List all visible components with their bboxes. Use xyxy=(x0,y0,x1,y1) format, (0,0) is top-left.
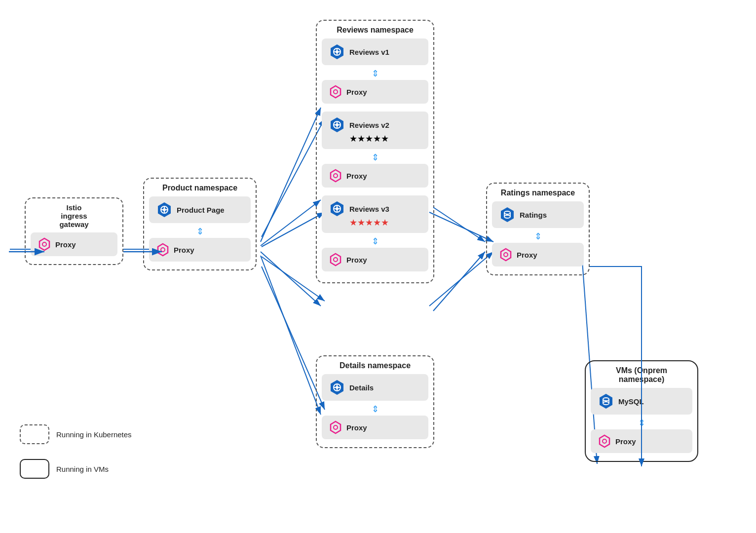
mysql-icon xyxy=(598,393,614,410)
ingress-namespace: Istioingressgateway Proxy xyxy=(25,197,123,265)
ratings-proxy-label: Proxy xyxy=(517,251,537,259)
svg-point-42 xyxy=(336,207,339,210)
ingress-proxy-label: Proxy xyxy=(55,240,76,249)
legend-vm-label: Running in VMs xyxy=(56,465,109,473)
ratings-ns-label: Ratings namespace xyxy=(492,189,584,197)
svg-line-77 xyxy=(261,200,321,246)
reviews-v1-arrow: ⇕ xyxy=(322,68,428,79)
svg-line-7 xyxy=(262,266,325,410)
svg-marker-54 xyxy=(501,249,511,261)
reviews-v1-pod: Reviews v1 xyxy=(322,38,428,65)
vms-proxy-label: Proxy xyxy=(615,437,636,446)
svg-line-6 xyxy=(262,257,325,301)
reviews-v2-arrow: ⇕ xyxy=(322,152,428,163)
product-page-pod: Product Page xyxy=(149,196,251,223)
details-pod: Details xyxy=(322,374,428,401)
reviews-v3-proxy-icon xyxy=(329,253,342,266)
svg-line-76 xyxy=(261,108,321,242)
ingress-title: Istioingressgateway xyxy=(31,203,117,228)
product-ns-label: Product namespace xyxy=(149,184,251,192)
svg-marker-29 xyxy=(331,86,340,98)
reviews-v3-icon xyxy=(329,200,345,217)
svg-marker-65 xyxy=(600,394,612,409)
svg-marker-70 xyxy=(600,435,609,447)
svg-point-24 xyxy=(336,50,339,53)
reviews-v3-label: Reviews v3 xyxy=(349,205,389,213)
ratings-proxy-pod: Proxy xyxy=(492,243,584,266)
svg-point-39 xyxy=(334,174,338,178)
legend: Running in Kubernetes Running in VMs xyxy=(20,424,132,494)
reviews-v1-label: Reviews v1 xyxy=(349,48,389,56)
reviews-v3-pod: Reviews v3 ★★★★★ xyxy=(322,195,428,233)
reviews-namespace: Reviews namespace Reviews v1 ⇕ xyxy=(316,20,434,283)
details-proxy-label: Proxy xyxy=(346,423,367,432)
product-page-label: Product Page xyxy=(177,206,225,214)
mysql-vert-arrow: ⇕ xyxy=(591,418,692,428)
legend-kubernetes-label: Running in Kubernetes xyxy=(56,430,132,439)
ratings-namespace: Ratings namespace Ratings ⇕ Pr xyxy=(486,183,590,275)
reviews-ns-label: Reviews namespace xyxy=(322,26,428,35)
ratings-vert-arrow: ⇕ xyxy=(492,231,584,242)
details-icon xyxy=(329,379,345,396)
details-proxy-icon xyxy=(329,420,342,434)
reviews-v2-pod: Reviews v2 ★★★★★ xyxy=(322,112,428,149)
product-vert-arrow: ⇕ xyxy=(149,226,251,237)
details-vert-arrow: ⇕ xyxy=(322,404,428,415)
svg-point-12 xyxy=(42,242,46,246)
svg-line-79 xyxy=(261,256,321,415)
svg-point-58 xyxy=(336,386,339,389)
reviews-v2-proxy-label: Proxy xyxy=(346,172,367,180)
mysql-pod: MySQL xyxy=(591,388,692,415)
svg-point-33 xyxy=(336,123,339,126)
svg-line-80 xyxy=(433,207,485,242)
legend-vm: Running in VMs xyxy=(20,459,132,479)
vms-ns-label: VMs (Onpremnamespace) xyxy=(591,366,692,384)
reviews-v2-icon xyxy=(329,116,345,133)
svg-point-55 xyxy=(504,253,508,257)
svg-point-21 xyxy=(161,248,165,252)
reviews-v2-proxy-pod: Proxy xyxy=(322,164,428,188)
product-page-icon xyxy=(156,201,173,218)
svg-line-81 xyxy=(433,252,485,311)
mysql-label: MySQL xyxy=(618,397,644,406)
svg-marker-47 xyxy=(331,254,340,266)
svg-point-48 xyxy=(334,258,338,262)
svg-line-5 xyxy=(262,212,325,247)
ratings-icon xyxy=(499,206,516,223)
product-namespace: Product namespace Product Page ⇕ xyxy=(143,178,257,270)
svg-line-9 xyxy=(429,252,493,306)
reviews-v2-label: Reviews v2 xyxy=(349,121,389,129)
vms-proxy-pod: Proxy xyxy=(591,429,692,453)
reviews-v3-stars: ★★★★★ xyxy=(349,217,389,228)
reviews-v3-proxy-pod: Proxy xyxy=(322,248,428,271)
legend-kubernetes: Running in Kubernetes xyxy=(20,424,132,444)
svg-marker-49 xyxy=(501,207,514,222)
svg-line-78 xyxy=(261,252,321,306)
svg-marker-20 xyxy=(158,244,168,256)
svg-line-4 xyxy=(262,118,325,237)
details-proxy-pod: Proxy xyxy=(322,416,428,439)
reviews-v2-stars: ★★★★★ xyxy=(349,133,389,144)
ratings-proxy-icon xyxy=(499,248,513,262)
svg-point-71 xyxy=(603,439,606,443)
product-proxy-pod: Proxy xyxy=(149,238,251,262)
reviews-v1-proxy-pod: Proxy xyxy=(322,80,428,104)
reviews-v2-proxy-icon xyxy=(329,169,342,183)
svg-marker-11 xyxy=(39,238,49,250)
vms-proxy-icon xyxy=(598,434,611,448)
svg-marker-63 xyxy=(331,421,340,433)
ingress-proxy-pod: Proxy xyxy=(31,232,117,256)
legend-solid-icon xyxy=(20,459,49,479)
svg-marker-38 xyxy=(331,170,340,182)
details-label: Details xyxy=(349,383,374,392)
reviews-v3-proxy-label: Proxy xyxy=(346,256,367,264)
svg-point-15 xyxy=(163,208,166,211)
proxy-icon xyxy=(38,237,51,251)
reviews-v1-proxy-icon xyxy=(329,85,342,99)
svg-point-64 xyxy=(334,425,338,429)
details-ns-label: Details namespace xyxy=(322,361,428,370)
ratings-label: Ratings xyxy=(520,211,547,219)
reviews-v1-icon xyxy=(329,43,345,60)
reviews-v3-arrow: ⇕ xyxy=(322,236,428,247)
product-proxy-icon xyxy=(156,243,170,257)
